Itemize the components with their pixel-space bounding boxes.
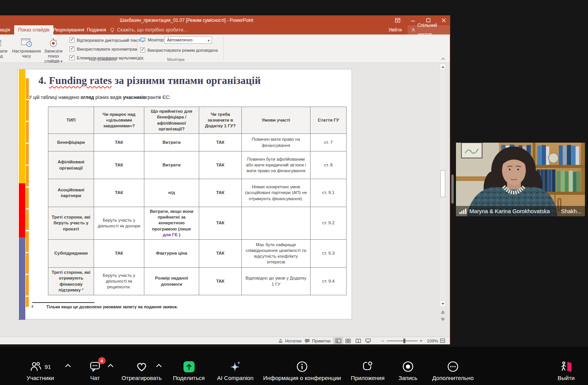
monitor-dropdown-value: Автоматично: [167, 38, 193, 42]
info-icon: [296, 361, 308, 372]
notes-button[interactable]: Нотатки: [278, 337, 301, 344]
hide-slide-label-2: слайд: [0, 54, 3, 59]
table-cell: ТАК: [199, 179, 242, 207]
table-cell: ТАК: [199, 207, 242, 240]
record-label-1: Записати показ: [39, 49, 68, 59]
window-title: Шахбазян_презентация_01.07 [Режим сумісн…: [0, 15, 373, 25]
ribbon-checkbox-0[interactable]: ✓Відтворювати дикторський текст: [69, 38, 140, 43]
zoom-meeting-screen: Шахбазян_презентация_01.07 [Режим сумісн…: [0, 0, 588, 385]
zoom-percentage[interactable]: 109%: [427, 337, 438, 344]
chat-unread-badge: 4: [98, 357, 106, 364]
table-cell: Повинен бути афілійованим або мати юриди…: [242, 151, 311, 179]
webcam-video-tile[interactable]: Maryna & Karina Gorokhovatska Shakh...: [456, 143, 585, 216]
table-cell: Витрати: [144, 134, 199, 151]
zoom-slider-track[interactable]: [387, 341, 418, 341]
meeting-info-button[interactable]: Информация о конференции: [261, 360, 343, 381]
presenter-view-checkbox[interactable]: ✓ Використовувати режим доповідача: [140, 48, 218, 53]
table-cell: Повинен мати право на фінансування: [242, 134, 311, 151]
zoom-slider[interactable]: [387, 337, 418, 344]
tab-review[interactable]: Рецензування: [49, 25, 88, 35]
person-icon: [411, 28, 415, 33]
zoom-out-button[interactable]: −: [381, 337, 384, 344]
tab-slideshow[interactable]: Показ слайдів: [14, 25, 53, 35]
record-icon: [402, 361, 414, 372]
previous-slide-button[interactable]: [440, 311, 446, 314]
table-cell: ТАК: [199, 134, 242, 151]
comments-icon: [304, 338, 310, 344]
share-screen-button[interactable]: Поделиться: [170, 360, 208, 381]
fit-to-window-button[interactable]: [440, 337, 445, 344]
leave-meeting-button[interactable]: Выйти: [552, 360, 580, 381]
table-cell: Має бути найкраще співвідношення ціни/як…: [242, 240, 311, 268]
participant-name: Maryna & Karina Gorokhovatska: [469, 208, 550, 214]
webcam-video-frame: [456, 143, 585, 216]
sign-in-button[interactable]: Увійти: [388, 25, 402, 35]
share-button[interactable]: Спільний доступ: [408, 25, 450, 35]
ai-companion-sparkle-icon: [229, 360, 241, 373]
table-cell: ст. 9.4: [311, 268, 347, 295]
hide-slide-icon: [0, 36, 2, 48]
participants-menu-chevron-icon[interactable]: [65, 364, 71, 369]
rehearse-timings-button[interactable]: Настроювання часу: [14, 36, 39, 59]
table-cell: н/д: [144, 179, 199, 207]
table-row: Афілійовані організаціїТАКВитратиТАКПови…: [48, 151, 347, 179]
table-cell: Афілійовані організації: [48, 151, 94, 179]
hide-slide-button-clipped[interactable]: Приховати слайд: [0, 36, 14, 59]
zoom-slider-thumb[interactable]: [403, 339, 405, 343]
editor-scrollbar[interactable]: [440, 64, 446, 336]
table-cell: Відповідно до умов у Додатку 1 ГУ: [242, 268, 311, 295]
normal-view-button[interactable]: [333, 337, 343, 344]
powerpoint-titlebar: Шахбазян_презентация_01.07 [Режим сумісн…: [0, 15, 450, 25]
slideshow-view-button[interactable]: [363, 337, 373, 344]
checkbox-checked: ✓: [69, 38, 74, 43]
table-header-cell: Що прийнятно для бенефіціара / афілійова…: [144, 107, 199, 134]
next-slide-button[interactable]: [440, 318, 446, 321]
table-cell: ТАК: [199, 151, 242, 179]
table-header-cell: Стаття ГУ: [311, 107, 347, 134]
tab-animation-clipped[interactable]: Анімація: [0, 25, 14, 35]
ai-companion-button[interactable]: AI Companion: [212, 360, 258, 381]
ribbon-checkbox-label: Відтворювати дикторський текст: [77, 38, 140, 43]
webcam-name-label: Maryna & Karina Gorokhovatska Shakh...: [456, 206, 585, 216]
chat-button[interactable]: 4 Чат: [79, 360, 111, 381]
scroll-down-button[interactable]: [440, 301, 446, 307]
rehearse-timings-icon: [21, 36, 32, 48]
more-options-label: Дополнительно: [432, 375, 474, 381]
rehearse-label-2: часу: [22, 54, 31, 59]
apps-button[interactable]: Приложения: [348, 360, 388, 381]
minimize-icon[interactable]: [410, 17, 416, 23]
table-cell: ст. 9.3: [311, 240, 347, 268]
zoom-in-button[interactable]: +: [420, 337, 423, 344]
record-slideshow-button[interactable]: Записати показ слайдів ▾: [39, 36, 68, 64]
ribbon-tab-row: Анімація Показ слайдів Рецензування Пода…: [0, 25, 450, 35]
more-options-button[interactable]: Дополнительно: [429, 360, 477, 381]
record-button[interactable]: Запись: [395, 360, 421, 381]
reading-view-button[interactable]: [353, 337, 363, 344]
slide-sorter-view-button[interactable]: [343, 337, 353, 344]
tab-view[interactable]: Подання: [83, 25, 110, 35]
scrollbar-thumb[interactable]: [440, 170, 445, 197]
react-button[interactable]: Отреагировать: [119, 360, 164, 381]
comments-button[interactable]: Примітки: [304, 337, 330, 344]
table-cell: ст. 9.2: [311, 207, 347, 240]
participants-icon: [30, 361, 42, 372]
view-switcher: [333, 337, 373, 344]
tab-tellme[interactable]: Скажіть, що потрібно зробити...: [110, 25, 187, 35]
participants-button[interactable]: 91 Участники: [15, 360, 65, 381]
group-label-monitors: Монітори: [146, 57, 206, 62]
ribbon-display-options-icon[interactable]: [395, 17, 401, 23]
scroll-up-button[interactable]: [440, 64, 446, 70]
ribbon-checkbox-1[interactable]: ✓Використовувати хронометраж: [69, 46, 137, 51]
slide-intro-text: У цій таблиці наведено огляд різних виді…: [29, 95, 170, 100]
collapse-ribbon-icon[interactable]: [441, 56, 445, 61]
zoom-panel-scrollbar[interactable]: [451, 174, 454, 204]
monitor-dropdown[interactable]: Автоматично ▾: [164, 36, 212, 44]
leave-meeting-icon: [560, 361, 573, 372]
react-label: Отреагировать: [122, 375, 162, 381]
table-cell: Розмір наданої допомоги: [144, 268, 199, 295]
share-screen-icon: [183, 361, 195, 373]
heart-icon: [135, 361, 148, 372]
checkbox-checked: ✓: [140, 48, 145, 53]
monitor-label: Монітор:: [148, 38, 165, 42]
participants-count: 91: [45, 364, 51, 370]
